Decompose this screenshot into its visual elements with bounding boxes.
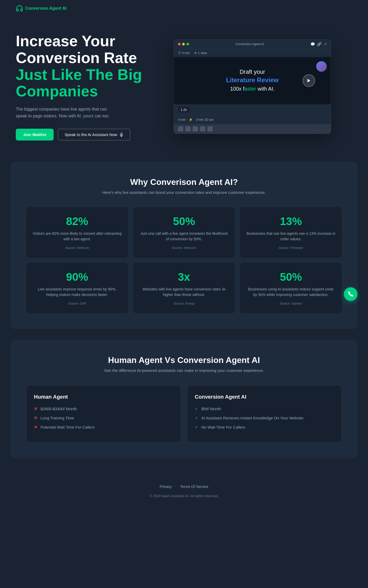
navbar-logo-text: Conversion Agent AI xyxy=(25,6,67,11)
stat-card: 82% Visitors are 82% more likely to conv… xyxy=(26,207,128,258)
ai-agent-items: ✓$99/ Month✓AI Assistant Recieves Instan… xyxy=(195,406,334,430)
stat-source: Source: Intercom xyxy=(140,246,229,250)
human-agent-items: ✕$2600-$3400/ Month✕Long Training Time✕P… xyxy=(34,406,173,430)
hero-title: Increase Your Conversion Rate Just Like … xyxy=(16,33,152,100)
stat-description: Live assistants improve response times b… xyxy=(33,287,122,298)
taskbar-dot-4 xyxy=(200,126,205,132)
stat-source: Source: Intercom xyxy=(33,246,122,250)
taskbar-dot-3 xyxy=(193,126,198,132)
taskbar-dot-1 xyxy=(178,126,183,132)
play-icon xyxy=(306,78,311,83)
share-icon: 🔗 xyxy=(317,42,321,46)
list-item: ✕Potential Wait Time For Callers xyxy=(34,425,173,430)
why-section: Why Converison Agent AI? Here's why live… xyxy=(11,162,357,329)
stat-number: 50% xyxy=(140,215,229,228)
chat-icon: 💬 xyxy=(310,42,315,46)
why-section-title: Why Converison Agent AI? xyxy=(26,177,342,187)
stat-source: Source: Invesp xyxy=(140,302,229,305)
footer-copyright: © 2024 SaaS Assistant AI. All rights res… xyxy=(16,494,352,498)
footer-link[interactable]: Terms Of Service xyxy=(180,485,208,489)
video-play-button[interactable] xyxy=(303,74,315,87)
human-agent-card: Human Agent ✕$2600-$3400/ Month✕Long Tra… xyxy=(26,385,181,443)
check-icon: ✓ xyxy=(195,415,198,420)
check-icon: ✓ xyxy=(195,406,198,411)
footer-links: PrivacyTerms Of Service xyxy=(16,485,352,489)
comparison-section: Human Agent Vs Conversion Agent AI See t… xyxy=(11,340,357,458)
microphone-icon xyxy=(119,133,124,137)
ai-agent-title: Conversion Agent AI xyxy=(195,394,334,400)
browser-controls: 💬 🔗 ↗ xyxy=(310,42,327,46)
external-icon: ↗ xyxy=(324,42,327,46)
dot-red xyxy=(178,43,181,45)
stat-number: 90% xyxy=(33,271,122,283)
join-waitlist-button[interactable]: Join Waitlist xyxy=(16,129,54,141)
video-meta: ⏱ 4 min 👁 1 view xyxy=(174,49,331,57)
comparison-subtitle: See the difference AI-powered assistants… xyxy=(26,368,342,373)
dot-green-dot xyxy=(186,43,189,45)
hero-section: Increase Your Conversion Rate Just Like … xyxy=(0,17,368,162)
stat-number: 82% xyxy=(33,215,122,228)
video-content: Draft your Literature Review 100x faster… xyxy=(174,57,331,104)
speak-assistant-button[interactable]: Speak to the AI Assistant Now xyxy=(58,129,130,141)
stat-number: 13% xyxy=(246,215,335,228)
stat-description: Websites with live agents have conversio… xyxy=(140,287,229,298)
headphones-icon xyxy=(16,5,23,12)
hero-subtitle: The biggest companies have live agents t… xyxy=(16,106,116,119)
stat-card: 50% Just one call with a live agent incr… xyxy=(133,207,235,258)
list-item: ✓No Wait Time For Callers xyxy=(195,425,334,430)
stat-description: Just one call with a live agent increase… xyxy=(140,231,229,242)
dot-yellow xyxy=(182,43,185,45)
video-speed-bar: 1.2x xyxy=(174,104,331,115)
list-item: ✓AI Assistant Recieves Instant Knowledge… xyxy=(195,415,334,420)
footer-link[interactable]: Privacy xyxy=(160,485,172,489)
hero-video: Conversion Agent AI 💬 🔗 ↗ ⏱ 4 min 👁 1 vi… xyxy=(173,39,331,134)
browser-title: Conversion Agent AI xyxy=(192,42,307,46)
stat-card: 50% Businesses using AI assistants reduc… xyxy=(240,263,342,313)
x-icon: ✕ xyxy=(34,425,37,430)
ai-agent-card: Conversion Agent AI ✓$99/ Month✓AI Assis… xyxy=(187,385,342,443)
speed-badge: 1.2x xyxy=(178,107,190,112)
stat-description: Businesses using AI assistants reduce su… xyxy=(246,287,335,298)
browser-dots xyxy=(178,43,189,45)
list-item: ✓$99/ Month xyxy=(195,406,334,411)
stat-description: Businesses that use live agents see a 13… xyxy=(246,231,335,242)
browser-bar: Conversion Agent AI 💬 🔗 ↗ xyxy=(174,39,331,49)
stat-source: Source: Gartner xyxy=(246,302,335,305)
stat-card: 90% Live assistants improve response tim… xyxy=(26,263,128,313)
footer: PrivacyTerms Of Service © 2024 SaaS Assi… xyxy=(0,469,368,508)
why-section-subtitle: Here's why live assistants can boost you… xyxy=(26,190,342,195)
phone-icon xyxy=(348,291,354,297)
stat-card: 3x Websites with live agents have conver… xyxy=(133,263,235,313)
human-agent-title: Human Agent xyxy=(34,394,173,400)
stat-card: 13% Businesses that use live agents see … xyxy=(240,207,342,258)
bolt-icon: ⚡ xyxy=(189,118,193,122)
stats-grid: 82% Visitors are 82% more likely to conv… xyxy=(26,207,342,313)
stat-description: Visitors are 82% more likely to convert … xyxy=(33,231,122,242)
video-bottom-bar: 4 min ⚡ 3 min 20 sec xyxy=(174,115,331,124)
x-icon: ✕ xyxy=(34,415,37,420)
play-circle xyxy=(303,74,315,87)
video-lit-review: Literature Review xyxy=(226,76,279,84)
hero-content: Increase Your Conversion Rate Just Like … xyxy=(16,33,152,141)
video-taskbar xyxy=(174,124,331,134)
x-icon: ✕ xyxy=(34,406,37,411)
video-views: 👁 1 view xyxy=(194,51,207,55)
taskbar-dot-5 xyxy=(207,126,213,132)
stat-number: 3x xyxy=(140,271,229,283)
navbar-logo: Conversion Agent AI xyxy=(16,5,67,12)
stat-source: Source: Forrester xyxy=(246,246,335,250)
video-mockup: Conversion Agent AI 💬 🔗 ↗ ⏱ 4 min 👁 1 vi… xyxy=(173,39,331,134)
video-time: ⏱ 4 min xyxy=(178,51,190,55)
video-draft-text: Draft your xyxy=(240,69,265,75)
video-bottom-time: 4 min xyxy=(178,118,186,122)
video-100x: 100x faster with AI. xyxy=(230,86,275,92)
comparison-title: Human Agent Vs Conversion Agent AI xyxy=(26,355,342,365)
svg-marker-2 xyxy=(308,79,310,82)
taskbar-dot-2 xyxy=(185,126,191,132)
hero-buttons: Join Waitlist Speak to the AI Assistant … xyxy=(16,129,152,141)
video-remaining-time: 3 min 20 sec xyxy=(196,118,214,122)
list-item: ✕Long Training Time xyxy=(34,415,173,420)
check-icon: ✓ xyxy=(195,425,198,430)
floating-phone-button[interactable] xyxy=(344,287,357,301)
stat-source: Source: Drift xyxy=(33,302,122,305)
